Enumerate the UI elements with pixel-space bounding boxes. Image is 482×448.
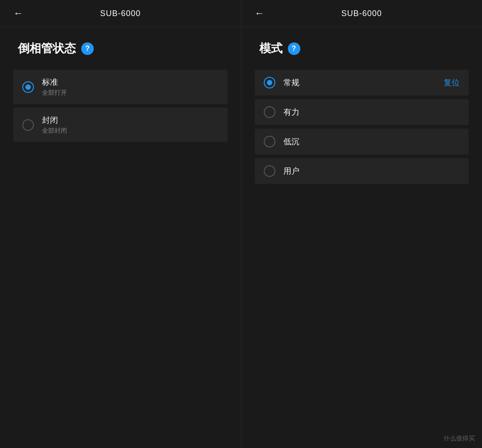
right-option-label-user: 用户 bbox=[283, 166, 299, 176]
right-panel: 模式 ? 常规 复位 有力 低沉 bbox=[241, 27, 482, 448]
left-header-title: SUB-6000 bbox=[100, 9, 141, 18]
right-option-list: 常规 复位 有力 低沉 用户 bbox=[255, 70, 469, 184]
right-option-normal[interactable]: 常规 复位 bbox=[255, 70, 469, 96]
left-header: ← SUB-6000 bbox=[0, 0, 241, 27]
left-radio-standard bbox=[22, 81, 34, 93]
left-section-title: 倒相管状态 bbox=[18, 41, 76, 56]
right-option-user[interactable]: 用户 bbox=[255, 158, 469, 184]
right-header-title: SUB-6000 bbox=[341, 9, 382, 18]
left-radio-inner-standard bbox=[25, 84, 31, 90]
right-option-right-normal: 常规 复位 bbox=[283, 77, 460, 88]
main-content: 倒相管状态 ? 标准 全部打开 封闭 全部封闭 bbox=[0, 27, 482, 448]
left-option-sublabel-standard: 全部打开 bbox=[42, 89, 67, 97]
right-help-icon[interactable]: ? bbox=[288, 42, 300, 55]
left-option-sublabel-closed: 全部封闭 bbox=[42, 127, 67, 135]
right-reset-button[interactable]: 复位 bbox=[444, 77, 460, 88]
right-back-button[interactable]: ← bbox=[255, 8, 265, 19]
left-section-title-row: 倒相管状态 ? bbox=[13, 41, 228, 56]
right-radio-inner-normal bbox=[267, 80, 272, 85]
left-label-group-closed: 封闭 全部封闭 bbox=[42, 115, 67, 135]
top-bar: ← SUB-6000 ← SUB-6000 bbox=[0, 0, 482, 27]
right-section-title-row: 模式 ? bbox=[255, 41, 469, 56]
left-option-label-standard: 标准 bbox=[42, 77, 67, 88]
right-radio-user bbox=[264, 165, 275, 177]
left-help-icon[interactable]: ? bbox=[81, 42, 94, 55]
right-section-title: 模式 bbox=[259, 41, 283, 56]
right-radio-deep bbox=[264, 136, 275, 147]
right-radio-normal bbox=[264, 77, 275, 88]
left-back-button[interactable]: ← bbox=[13, 8, 23, 19]
right-option-label-deep: 低沉 bbox=[283, 136, 299, 147]
right-option-label-powerful: 有力 bbox=[283, 107, 299, 117]
watermark: 什么值得买 bbox=[444, 435, 475, 443]
left-option-list: 标准 全部打开 封闭 全部封闭 bbox=[13, 70, 228, 142]
left-option-label-closed: 封闭 bbox=[42, 115, 67, 126]
left-label-group-standard: 标准 全部打开 bbox=[42, 77, 67, 97]
right-radio-powerful bbox=[264, 106, 275, 118]
right-option-powerful[interactable]: 有力 bbox=[255, 99, 469, 125]
left-radio-closed bbox=[22, 119, 34, 131]
left-option-closed[interactable]: 封闭 全部封闭 bbox=[13, 108, 228, 142]
right-option-label-normal: 常规 bbox=[283, 77, 299, 88]
left-option-standard[interactable]: 标准 全部打开 bbox=[13, 70, 228, 104]
left-panel: 倒相管状态 ? 标准 全部打开 封闭 全部封闭 bbox=[0, 27, 241, 448]
right-option-deep[interactable]: 低沉 bbox=[255, 129, 469, 155]
right-header: ← SUB-6000 bbox=[241, 0, 482, 27]
